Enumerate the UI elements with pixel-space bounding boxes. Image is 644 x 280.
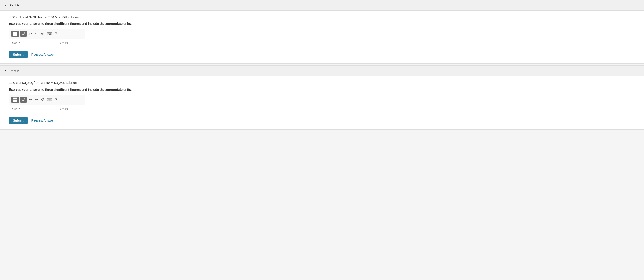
part-b-mu-btn[interactable]: μÅ [20, 96, 26, 103]
part-b-grid-btn[interactable] [12, 96, 19, 103]
part-b-problem-text: 14.0 g of Na2SO4 from a 4.90 M Na2SO4 so… [9, 80, 635, 86]
part-b-header[interactable]: ▼ Part B [0, 66, 644, 76]
part-b-undo-btn[interactable]: ↩ [28, 97, 33, 102]
svg-rect-7 [16, 100, 17, 102]
part-b-action-row: Submit Request Answer [9, 117, 635, 124]
part-b-toolbar: μÅ ↩ ↪ ↺ ⌨ ? [9, 95, 85, 105]
svg-rect-1 [16, 32, 17, 33]
part-b-section: ▼ Part B 14.0 g of Na2SO4 from a 4.90 M … [0, 65, 644, 130]
part-b-redo-btn[interactable]: ↪ [34, 97, 39, 102]
part-b-submit-button[interactable]: Submit [9, 117, 28, 124]
part-a-problem-text: 4.50 moles of NaOH from a 7.00 M NaOH so… [9, 15, 635, 20]
svg-rect-4 [13, 98, 15, 99]
part-a-request-answer-link[interactable]: Request Answer [31, 53, 54, 56]
part-a-value-input[interactable] [9, 39, 58, 47]
part-a-action-row: Submit Request Answer [9, 51, 635, 58]
grid-icon [13, 31, 18, 36]
part-a-mu-btn[interactable]: μÅ [20, 31, 26, 37]
part-a-title: Part A [10, 3, 19, 7]
part-a-toolbar: μÅ ↩ ↪ ↺ ⌨ ? [9, 29, 85, 39]
part-b-input-row [9, 105, 85, 113]
part-a-submit-button[interactable]: Submit [9, 51, 28, 58]
svg-rect-6 [13, 100, 15, 102]
part-a-undo-btn[interactable]: ↩ [28, 31, 33, 36]
part-b-content: 14.0 g of Na2SO4 from a 4.90 M Na2SO4 so… [0, 76, 644, 129]
part-b-title: Part B [10, 69, 19, 73]
grid-icon [13, 97, 18, 102]
svg-rect-3 [16, 34, 17, 36]
mu-label-b: μÅ [22, 98, 25, 101]
svg-rect-5 [16, 98, 17, 99]
part-a-redo-btn[interactable]: ↪ [34, 31, 39, 36]
part-b-refresh-btn[interactable]: ↺ [40, 97, 45, 102]
part-b-units-input[interactable] [58, 105, 106, 113]
part-a-header[interactable]: ▼ Part A [0, 0, 644, 10]
part-a-chevron-icon[interactable]: ▼ [4, 4, 7, 7]
part-a-section: ▼ Part A 4.50 moles of NaOH from a 7.00 … [0, 0, 644, 64]
part-b-keyboard-btn[interactable]: ⌨ [46, 97, 53, 102]
part-a-instruction: Express your answer to three significant… [9, 22, 635, 25]
page-container: ▼ Part A 4.50 moles of NaOH from a 7.00 … [0, 0, 644, 280]
part-a-help-btn[interactable]: ? [54, 31, 58, 36]
part-a-units-input[interactable] [58, 39, 106, 47]
part-a-refresh-btn[interactable]: ↺ [40, 31, 45, 36]
part-b-value-input[interactable] [9, 105, 58, 113]
part-b-help-btn[interactable]: ? [54, 97, 58, 102]
part-b-chevron-icon[interactable]: ▼ [4, 69, 7, 72]
part-a-input-row [9, 39, 85, 47]
svg-rect-0 [13, 32, 15, 33]
part-a-keyboard-btn[interactable]: ⌨ [46, 31, 53, 36]
part-a-content: 4.50 moles of NaOH from a 7.00 M NaOH so… [0, 10, 644, 63]
part-b-request-answer-link[interactable]: Request Answer [31, 119, 54, 122]
mu-label: μÅ [22, 32, 25, 35]
part-a-grid-btn[interactable] [12, 31, 19, 37]
svg-rect-2 [13, 34, 15, 36]
part-b-instruction: Express your answer to three significant… [9, 88, 635, 91]
part-b-answer-box: μÅ ↩ ↪ ↺ ⌨ ? [9, 94, 85, 113]
part-a-answer-box: μÅ ↩ ↪ ↺ ⌨ ? [9, 29, 85, 47]
